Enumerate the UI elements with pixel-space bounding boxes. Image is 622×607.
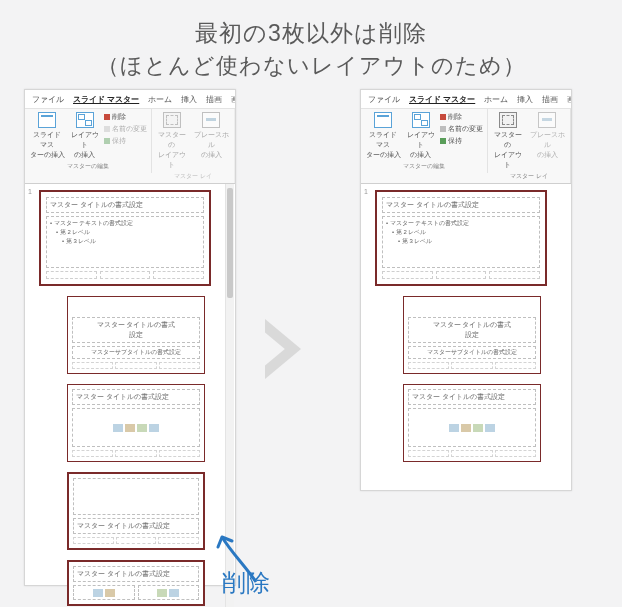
- layout-title: マスター タイトルの書式 設定: [72, 317, 200, 343]
- insert-slide-master-button[interactable]: スライド マス ターの挿入: [29, 112, 65, 160]
- layout-thumbnail-selected[interactable]: マスター タイトルの書式設定: [67, 472, 205, 550]
- scrollbar[interactable]: [225, 184, 234, 607]
- instruction-heading: 最初の3枚以外は削除 （ほとんど使わないレイアウトのため）: [0, 0, 622, 89]
- ribbon-group-master-layout: マスターの レイアウト プレースホル の挿入 マスター レイ: [488, 109, 571, 183]
- ribbon-group-edit-master: スライド マス ターの挿入 レイアウト の挿入 削除 名前の変更 保持 マスター…: [361, 109, 488, 173]
- layout-title: マスター タイトルの書式設定: [73, 566, 199, 582]
- master-title-placeholder: マスター タイトルの書式設定: [382, 197, 540, 213]
- delete-button[interactable]: 削除: [440, 112, 483, 122]
- slide-icon: [38, 112, 56, 128]
- rename-button[interactable]: 名前の変更: [440, 124, 483, 134]
- layout-thumbnail[interactable]: マスター タイトルの書式 設定 マスターサブタイトルの書式設定: [403, 296, 541, 374]
- menu-bar: ファイル スライド マスター ホーム 挿入 描画 画面: [361, 90, 571, 109]
- ribbon-group-caption: マスターの編集: [403, 162, 445, 171]
- rename-icon: [440, 126, 446, 132]
- delete-button[interactable]: 削除: [104, 112, 147, 122]
- menu-bar: ファイル スライド マスター ホーム 挿入 描画 画面: [25, 90, 235, 109]
- ribbon-group-edit-master: スライド マス ターの挿入 レイアウト の挿入 削除 名前の変更 保持 マスター…: [25, 109, 152, 173]
- layout-icon: [76, 112, 94, 128]
- insert-slide-master-button[interactable]: スライド マス ターの挿入: [365, 112, 401, 160]
- layout-content: [408, 408, 536, 447]
- menu-slide-master[interactable]: スライド マスター: [409, 94, 475, 105]
- master-title-placeholder: マスター タイトルの書式設定: [46, 197, 204, 213]
- layout-thumbnail-selected[interactable]: マスター タイトルの書式設定: [67, 560, 205, 606]
- insert-layout-button[interactable]: レイアウト の挿入: [406, 112, 435, 160]
- preserve-icon: [104, 138, 110, 144]
- preserve-button[interactable]: 保持: [104, 136, 147, 146]
- master-layout-button[interactable]: マスターの レイアウト: [492, 112, 523, 170]
- after-panel: ファイル スライド マスター ホーム 挿入 描画 画面 スライド マス ターの挿…: [360, 89, 572, 491]
- layout-thumbnail[interactable]: マスター タイトルの書式設定: [403, 384, 541, 462]
- master-index: 1: [28, 188, 32, 195]
- ribbon-group-caption: マスターの編集: [67, 162, 109, 171]
- before-panel: ファイル スライド マスター ホーム 挿入 描画 画面 スライド マス ターの挿…: [24, 89, 236, 586]
- ribbon: スライド マス ターの挿入 レイアウト の挿入 削除 名前の変更 保持 マスター…: [25, 109, 235, 184]
- master-index: 1: [364, 188, 368, 195]
- ribbon-group-master-layout: マスターの レイアウト プレースホル の挿入 マスター レイ: [152, 109, 235, 183]
- master-icon: [499, 112, 517, 128]
- menu-view[interactable]: 画面: [567, 94, 571, 105]
- rename-button[interactable]: 名前の変更: [104, 124, 147, 134]
- master-layout-button[interactable]: マスターの レイアウト: [156, 112, 187, 170]
- menu-view[interactable]: 画面: [231, 94, 235, 105]
- insert-placeholder-button[interactable]: プレースホル の挿入: [529, 112, 566, 160]
- layout-title: マスター タイトルの書式設定: [408, 389, 536, 405]
- placeholder-icon: [202, 112, 220, 128]
- master-icon: [163, 112, 181, 128]
- slide-icon: [374, 112, 392, 128]
- transition-arrow-icon: [265, 319, 301, 379]
- scrollbar-thumb[interactable]: [227, 188, 233, 298]
- ribbon-group-caption: マスター レイ: [174, 172, 212, 181]
- menu-draw[interactable]: 描画: [542, 94, 558, 105]
- menu-home[interactable]: ホーム: [484, 94, 508, 105]
- delete-icon: [104, 114, 110, 120]
- thumbnail-pane[interactable]: 1 マスター タイトルの書式設定 • マスター テキストの書式設定 • 第 2 …: [25, 184, 235, 607]
- placeholder-icon: [538, 112, 556, 128]
- master-body-placeholder: • マスター テキストの書式設定 • 第 2 レベル • 第 3 レベル: [382, 216, 540, 268]
- layout-thumbnail[interactable]: マスター タイトルの書式設定: [67, 384, 205, 462]
- layout-content: [72, 408, 200, 447]
- layout-title: マスター タイトルの書式設定: [72, 389, 200, 405]
- layout-title: マスター タイトルの書式設定: [73, 518, 199, 534]
- menu-slide-master[interactable]: スライド マスター: [73, 94, 139, 105]
- layout-subtitle: マスターサブタイトルの書式設定: [72, 346, 200, 359]
- menu-insert[interactable]: 挿入: [181, 94, 197, 105]
- menu-home[interactable]: ホーム: [148, 94, 172, 105]
- menu-file[interactable]: ファイル: [368, 94, 400, 105]
- menu-file[interactable]: ファイル: [32, 94, 64, 105]
- annotation-delete-label: 削除: [222, 567, 270, 599]
- heading-line-2: （ほとんど使わないレイアウトのため）: [10, 51, 612, 81]
- ribbon: スライド マス ターの挿入 レイアウト の挿入 削除 名前の変更 保持 マスター…: [361, 109, 571, 184]
- menu-insert[interactable]: 挿入: [517, 94, 533, 105]
- slide-master-thumbnail[interactable]: マスター タイトルの書式設定 • マスター テキストの書式設定 • 第 2 レベ…: [39, 190, 211, 286]
- insert-placeholder-button[interactable]: プレースホル の挿入: [193, 112, 230, 160]
- preserve-icon: [440, 138, 446, 144]
- heading-line-1: 最初の3枚以外は削除: [10, 18, 612, 49]
- rename-icon: [104, 126, 110, 132]
- menu-draw[interactable]: 描画: [206, 94, 222, 105]
- preserve-button[interactable]: 保持: [440, 136, 483, 146]
- comparison-area: ファイル スライド マスター ホーム 挿入 描画 画面 スライド マス ターの挿…: [0, 89, 622, 607]
- delete-icon: [440, 114, 446, 120]
- layout-icon: [412, 112, 430, 128]
- ribbon-group-caption: マスター レイ: [510, 172, 548, 181]
- layout-title: マスター タイトルの書式 設定: [408, 317, 536, 343]
- slide-master-thumbnail[interactable]: マスター タイトルの書式設定 • マスター テキストの書式設定 • 第 2 レベ…: [375, 190, 547, 286]
- layout-subtitle: マスターサブタイトルの書式設定: [408, 346, 536, 359]
- insert-layout-button[interactable]: レイアウト の挿入: [70, 112, 99, 160]
- layout-thumbnail[interactable]: マスター タイトルの書式 設定 マスターサブタイトルの書式設定: [67, 296, 205, 374]
- master-body-placeholder: • マスター テキストの書式設定 • 第 2 レベル • 第 3 レベル: [46, 216, 204, 268]
- thumbnail-pane[interactable]: 1 マスター タイトルの書式設定 • マスター テキストの書式設定 • 第 2 …: [361, 184, 571, 516]
